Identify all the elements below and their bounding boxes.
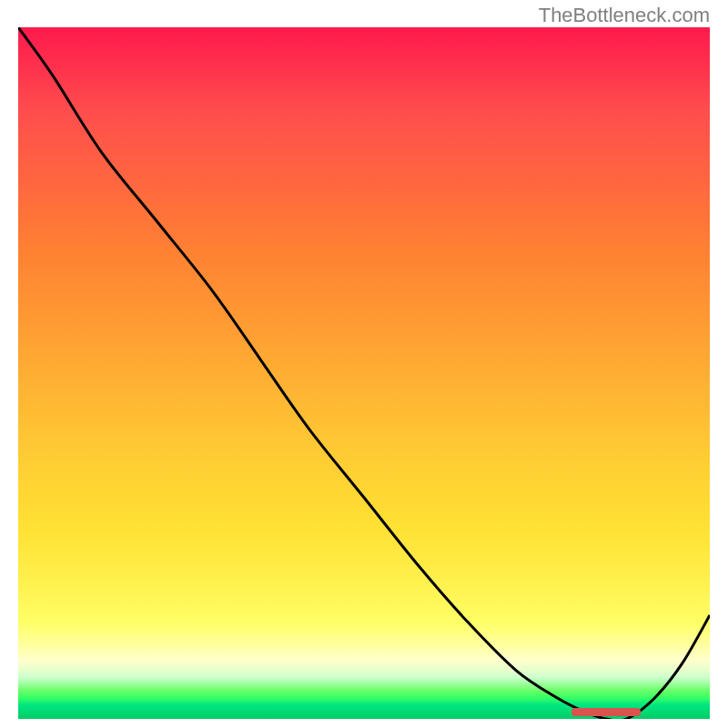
chart-container	[18, 27, 710, 719]
bottleneck-curve-line	[18, 27, 710, 719]
watermark-text: TheBottleneck.com	[539, 4, 710, 27]
optimal-range-marker	[571, 708, 641, 716]
